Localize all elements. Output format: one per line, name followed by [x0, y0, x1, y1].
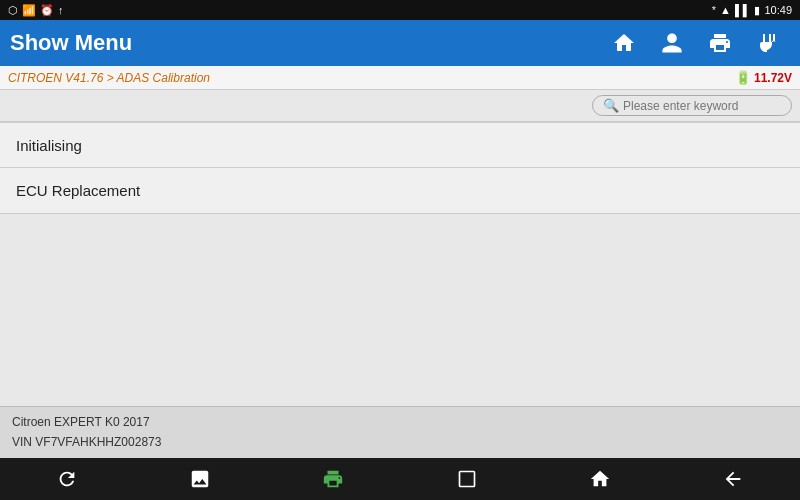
list-item[interactable]: ECU Replacement [0, 168, 800, 214]
square-icon [457, 469, 477, 489]
signal-bars-icon: ▌▌ [735, 4, 751, 16]
footer-line2: VIN VF7VFAHKHHZ002873 [12, 433, 788, 452]
footer-line1: Citroen EXPERT K0 2017 [12, 413, 788, 432]
voltage-value: 11.72V [754, 71, 792, 85]
home-nav-button[interactable] [575, 461, 625, 497]
header-icon-group [602, 25, 790, 61]
gallery-nav-button[interactable] [175, 461, 225, 497]
signal-icon: 📶 [22, 4, 36, 17]
status-bar-left: ⬡ 📶 ⏰ ↑ [8, 4, 64, 17]
list-item[interactable]: Initialising [0, 122, 800, 168]
print-nav-icon [322, 468, 344, 490]
home-button[interactable] [602, 25, 646, 61]
print-button[interactable] [698, 25, 742, 61]
breadcrumb: CITROEN V41.76 > ADAS Calibration [8, 71, 210, 85]
refresh-nav-button[interactable] [42, 461, 92, 497]
home-nav-icon [589, 468, 611, 490]
plug-button[interactable] [746, 25, 790, 61]
page-title: Show Menu [10, 30, 132, 56]
search-wrapper[interactable]: 🔍 [592, 95, 792, 116]
person-icon [660, 31, 684, 55]
menu-item-label: Initialising [16, 137, 82, 154]
breadcrumb-bar: CITROEN V41.76 > ADAS Calibration 🔋 11.7… [0, 66, 800, 90]
square-nav-button[interactable] [442, 461, 492, 497]
header: Show Menu [0, 20, 800, 66]
plug-icon [756, 31, 780, 55]
main-content: Initialising ECU Replacement [0, 122, 800, 406]
bluetooth-icon: * [712, 4, 716, 16]
person-button[interactable] [650, 25, 694, 61]
back-nav-button[interactable] [708, 461, 758, 497]
menu-item-label: ECU Replacement [16, 182, 140, 199]
search-input[interactable] [623, 99, 781, 113]
print-nav-button[interactable] [308, 461, 358, 497]
status-bar: ⬡ 📶 ⏰ ↑ * ▲ ▌▌ ▮ 10:49 [0, 0, 800, 20]
search-bar: 🔍 [0, 90, 800, 122]
print-icon [708, 31, 732, 55]
upload-icon: ↑ [58, 4, 64, 16]
wifi-icon: ▲ [720, 4, 731, 16]
clock-icon: ⏰ [40, 4, 54, 17]
image-icon [189, 468, 211, 490]
battery-icon: ▮ [754, 4, 760, 17]
battery-warning-icon: 🔋 [735, 70, 751, 85]
status-bar-right: * ▲ ▌▌ ▮ 10:49 [712, 4, 792, 17]
android-icon: ⬡ [8, 4, 18, 17]
search-icon: 🔍 [603, 98, 619, 113]
nav-bar [0, 458, 800, 500]
voltage-badge: 🔋 11.72V [735, 70, 792, 85]
home-icon [612, 31, 636, 55]
back-icon [722, 468, 744, 490]
footer-info: Citroen EXPERT K0 2017 VIN VF7VFAHKHHZ00… [0, 406, 800, 458]
refresh-icon [56, 468, 78, 490]
time-display: 10:49 [764, 4, 792, 16]
svg-rect-0 [459, 472, 474, 487]
